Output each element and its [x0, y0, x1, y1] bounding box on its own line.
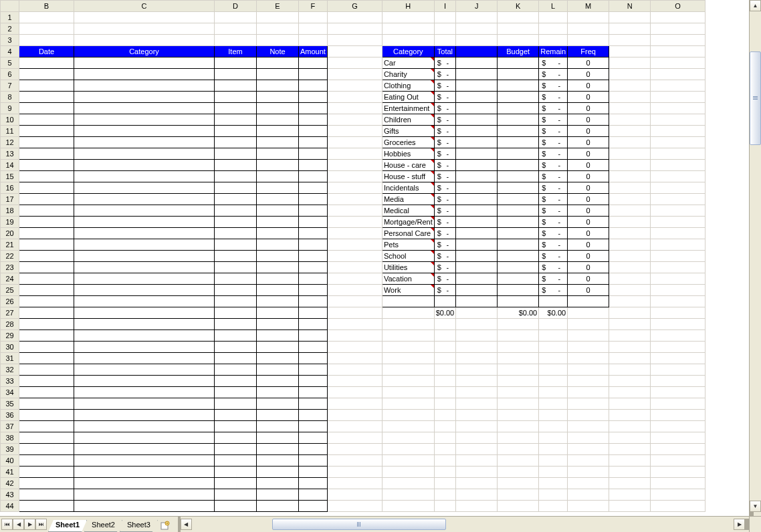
- cell-G26[interactable]: [327, 296, 382, 307]
- cell-B38[interactable]: [19, 432, 74, 444]
- cell-N27[interactable]: [609, 307, 651, 319]
- cell-L39[interactable]: [539, 444, 568, 455]
- cell-G17[interactable]: [327, 194, 382, 205]
- cell-G5[interactable]: [327, 57, 382, 69]
- cell-C29[interactable]: [74, 330, 215, 342]
- cell-C19[interactable]: [74, 217, 215, 228]
- cell-N9[interactable]: [609, 103, 651, 114]
- cell-F40[interactable]: [299, 455, 328, 467]
- row-header-14[interactable]: 14: [1, 160, 19, 171]
- cell-F13[interactable]: [299, 148, 328, 160]
- cell-F37[interactable]: [299, 421, 328, 432]
- row-header-9[interactable]: 9: [1, 103, 19, 114]
- cell-L2[interactable]: [539, 23, 568, 35]
- row-header-24[interactable]: 24: [1, 273, 19, 285]
- cell-E16[interactable]: [257, 182, 299, 194]
- row-header-19[interactable]: 19: [1, 217, 19, 228]
- cell-G1[interactable]: [327, 12, 382, 23]
- v-scroll-thumb[interactable]: [750, 51, 761, 145]
- cell-B39[interactable]: [19, 444, 74, 455]
- cell-J1[interactable]: [456, 12, 498, 23]
- cell-E30[interactable]: [257, 342, 299, 353]
- cell-G23[interactable]: [327, 262, 382, 273]
- cell-D12[interactable]: [215, 137, 257, 148]
- cell-O6[interactable]: [651, 69, 705, 80]
- cell-G6[interactable]: [327, 69, 382, 80]
- cell-C34[interactable]: [74, 387, 215, 398]
- cell-N36[interactable]: [609, 410, 651, 421]
- cell-B13[interactable]: [19, 148, 74, 160]
- sheet-tab-sheet3[interactable]: Sheet3: [120, 520, 158, 532]
- cell-D27[interactable]: [215, 307, 257, 319]
- cell-J18[interactable]: [456, 205, 498, 217]
- cell-D19[interactable]: [215, 217, 257, 228]
- horizontal-scrollbar[interactable]: ◀ ▶: [178, 517, 749, 532]
- cell-I10[interactable]: $-: [434, 114, 456, 126]
- row-header-44[interactable]: 44: [1, 501, 19, 512]
- cell-C28[interactable]: [74, 319, 215, 330]
- cell-D33[interactable]: [215, 376, 257, 387]
- cell-F30[interactable]: [299, 342, 328, 353]
- cell-E36[interactable]: [257, 410, 299, 421]
- cell-C2[interactable]: [74, 23, 215, 35]
- cell-M2[interactable]: [568, 23, 609, 35]
- cell-H30[interactable]: [382, 342, 434, 353]
- cell-H35[interactable]: [382, 398, 434, 410]
- row-header-12[interactable]: 12: [1, 137, 19, 148]
- cell-F32[interactable]: [299, 364, 328, 376]
- cell-E10[interactable]: [257, 114, 299, 126]
- cell-I32[interactable]: [434, 364, 456, 376]
- cell-C1[interactable]: [74, 12, 215, 23]
- cell-D10[interactable]: [215, 114, 257, 126]
- cell-O44[interactable]: [651, 501, 705, 512]
- cell-B27[interactable]: [19, 307, 74, 319]
- row-header-10[interactable]: 10: [1, 114, 19, 126]
- cell-K6[interactable]: [498, 69, 539, 80]
- cell-H6[interactable]: Charity: [382, 69, 434, 80]
- cell-G30[interactable]: [327, 342, 382, 353]
- cell-L36[interactable]: [539, 410, 568, 421]
- cell-N23[interactable]: [609, 262, 651, 273]
- cell-L40[interactable]: [539, 455, 568, 467]
- cell-H25[interactable]: Work: [382, 285, 434, 296]
- cell-M37[interactable]: [568, 421, 609, 432]
- row-header-23[interactable]: 23: [1, 262, 19, 273]
- cell-K44[interactable]: [498, 501, 539, 512]
- cell-M15[interactable]: 0: [568, 171, 609, 182]
- cell-O37[interactable]: [651, 421, 705, 432]
- cell-B32[interactable]: [19, 364, 74, 376]
- cell-J39[interactable]: [456, 444, 498, 455]
- cell-O1[interactable]: [651, 12, 705, 23]
- cell-F21[interactable]: [299, 239, 328, 251]
- cell-E21[interactable]: [257, 239, 299, 251]
- cell-L13[interactable]: $-: [539, 148, 568, 160]
- cell-B17[interactable]: [19, 194, 74, 205]
- col-header-D[interactable]: D: [215, 1, 257, 12]
- cell-D25[interactable]: [215, 285, 257, 296]
- cell-F18[interactable]: [299, 205, 328, 217]
- cell-C25[interactable]: [74, 285, 215, 296]
- cell-F14[interactable]: [299, 160, 328, 171]
- sheet-tab-sheet1[interactable]: Sheet1: [48, 520, 87, 532]
- cell-B19[interactable]: [19, 217, 74, 228]
- cell-O14[interactable]: [651, 160, 705, 171]
- cell-M11[interactable]: 0: [568, 126, 609, 137]
- cell-J28[interactable]: [456, 319, 498, 330]
- cell-I1[interactable]: [434, 12, 456, 23]
- cell-B21[interactable]: [19, 239, 74, 251]
- cell-L22[interactable]: $-: [539, 251, 568, 262]
- row-header-39[interactable]: 39: [1, 444, 19, 455]
- cell-B23[interactable]: [19, 262, 74, 273]
- cell-N7[interactable]: [609, 80, 651, 92]
- cell-C27[interactable]: [74, 307, 215, 319]
- row-header-32[interactable]: 32: [1, 364, 19, 376]
- cell-L12[interactable]: $-: [539, 137, 568, 148]
- cell-G34[interactable]: [327, 387, 382, 398]
- row-header-16[interactable]: 16: [1, 182, 19, 194]
- row-header-41[interactable]: 41: [1, 467, 19, 478]
- cell-I13[interactable]: $-: [434, 148, 456, 160]
- cell-L41[interactable]: [539, 467, 568, 478]
- cell-C11[interactable]: [74, 126, 215, 137]
- cell-B7[interactable]: [19, 80, 74, 92]
- cell-C13[interactable]: [74, 148, 215, 160]
